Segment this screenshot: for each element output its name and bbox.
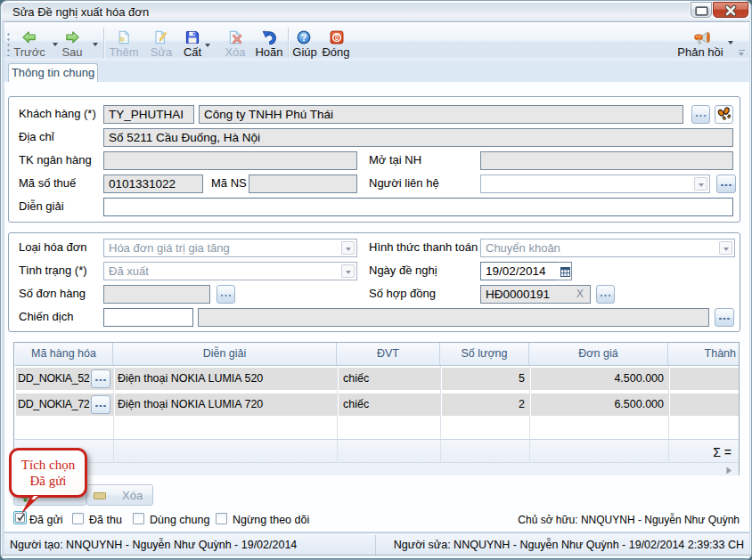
svg-text:?: ? — [301, 32, 307, 43]
